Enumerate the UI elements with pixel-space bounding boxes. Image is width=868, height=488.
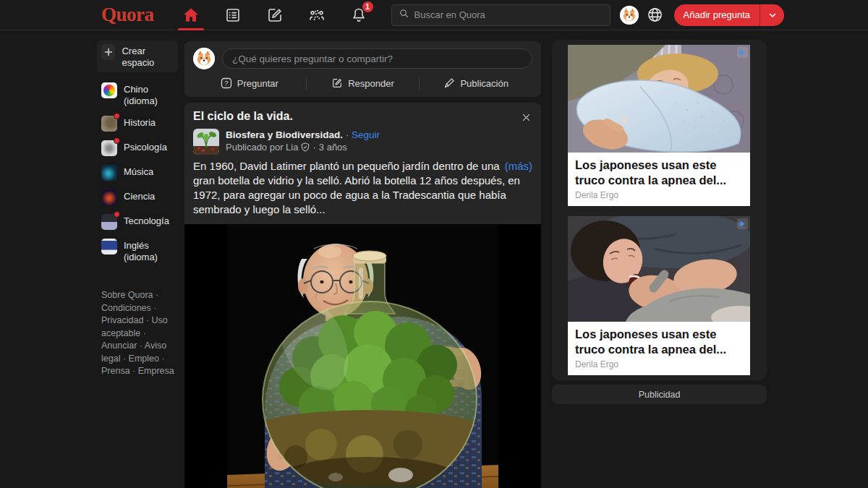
post-card: El ciclo de la vida.	[184, 103, 541, 488]
shield-badge-icon	[301, 142, 310, 152]
footer-link[interactable]: Prensa	[101, 366, 130, 376]
post-title: El ciclo de la vida.	[193, 110, 532, 123]
tab-notifications[interactable]: 1	[338, 0, 380, 30]
post-button[interactable]: Publicación	[420, 75, 532, 91]
ad-advertiser: Derila Ergo	[575, 359, 743, 369]
footer-link[interactable]: Empleo	[129, 354, 159, 364]
right-rail: Los japoneses usan este truco contra la …	[552, 40, 767, 404]
search-icon	[399, 8, 409, 22]
sidebar-item-ingles[interactable]: Inglés (idioma)	[101, 239, 178, 263]
ad-caption[interactable]: Los japoneses usan este truco contra la …	[568, 322, 750, 375]
composer-card: ? Preguntar Responder Publicación	[184, 41, 541, 97]
sidebar-footer-links: Sobre Quora · Condiciones · Privacidad ·…	[101, 289, 176, 378]
quora-logo[interactable]: Quora	[101, 4, 154, 26]
list-icon	[224, 7, 242, 24]
space-icon-tecnologia	[101, 214, 117, 230]
composer-input[interactable]	[222, 48, 532, 69]
home-icon	[182, 6, 200, 25]
sidebar-item-tecnologia[interactable]: Tecnología	[101, 214, 178, 230]
add-question-button[interactable]: Añadir pregunta	[674, 4, 785, 26]
space-icon-chino	[101, 82, 117, 98]
post-author-row: Biosfera y Biodiversidad. · Seguir Publi…	[184, 124, 541, 155]
more-link[interactable]: (más)	[505, 159, 532, 174]
sidebar-item-chino[interactable]: Chino (idioma)	[101, 82, 178, 107]
adchoices-icon[interactable]	[737, 47, 748, 58]
create-space-button[interactable]: Crear espacio	[97, 40, 178, 72]
pencil-square-icon	[266, 7, 284, 24]
answer-button[interactable]: Responder	[307, 75, 420, 91]
tab-answer[interactable]	[254, 0, 296, 30]
tab-home[interactable]	[170, 0, 212, 30]
plus-icon	[101, 44, 115, 60]
search-input[interactable]	[414, 9, 603, 20]
ad-headline[interactable]: Los japoneses usan este truco contra la …	[575, 158, 743, 188]
people-group-icon	[308, 7, 326, 24]
adchoices-icon[interactable]	[737, 218, 748, 229]
add-question-label: Añadir pregunta	[674, 9, 760, 20]
space-icon-ingles	[101, 239, 117, 254]
sidebar-item-musica[interactable]: Música	[101, 165, 178, 181]
post-age: 3 años	[319, 141, 347, 153]
ad-card[interactable]: Los japoneses usan este truco contra la …	[568, 45, 751, 206]
pen-icon	[443, 77, 455, 89]
nav-tabs: 1	[170, 0, 380, 30]
pencil-square-icon	[331, 77, 343, 89]
footer-link[interactable]: Sobre Quora	[101, 290, 153, 300]
footer-link[interactable]: Empresa	[138, 366, 174, 376]
sidebar-item-ciencia[interactable]: Ciencia	[101, 189, 178, 205]
top-navbar: Quora	[0, 0, 868, 30]
space-icon-psicologia	[101, 140, 117, 156]
sidebar-item-psicologia[interactable]: Psicología	[101, 140, 178, 156]
notification-badge: 1	[362, 1, 373, 12]
language-globe-icon[interactable]	[646, 6, 665, 25]
sidebar-item-historia[interactable]: Historia	[101, 116, 178, 132]
main-feed: ? Preguntar Responder Publicación	[184, 41, 541, 488]
ads-container: Los japoneses usan este truco contra la …	[552, 40, 767, 380]
footer-link[interactable]: Condiciones	[101, 303, 151, 313]
create-space-label: Crear espacio	[122, 44, 174, 69]
space-icon-musica	[101, 165, 117, 181]
active-tab-underline	[178, 28, 204, 30]
left-sidebar: Crear espacio Chino (idioma) Historia Ps…	[101, 40, 178, 378]
add-question-dropdown[interactable]	[760, 4, 784, 26]
notification-dot	[114, 211, 120, 218]
follow-link[interactable]: Seguir	[352, 129, 380, 140]
search-bar	[391, 4, 610, 26]
tab-spaces[interactable]	[296, 0, 338, 30]
ad-advertiser: Derila Ergo	[575, 190, 743, 200]
notification-dot	[114, 137, 120, 144]
close-icon[interactable]	[518, 109, 534, 125]
footer-link[interactable]: Anunciar	[101, 341, 137, 351]
footer-link[interactable]: Privacidad	[101, 315, 143, 325]
post-body: (más)En 1960, David Latimer plantó un pe…	[184, 155, 541, 224]
tab-following[interactable]	[212, 0, 254, 30]
question-box-icon: ?	[221, 77, 232, 89]
advertising-label: Publicidad	[552, 385, 767, 404]
space-icon-historia	[101, 116, 117, 132]
space-icon-ciencia	[101, 189, 117, 205]
space-avatar[interactable]	[193, 129, 219, 155]
user-avatar[interactable]	[620, 6, 639, 25]
svg-text:?: ?	[224, 79, 228, 87]
author-name[interactable]: Biosfera y Biodiversidad.	[226, 129, 343, 140]
quora-page: Quora	[0, 0, 868, 488]
ad-caption[interactable]: Los japoneses usan este truco contra la …	[568, 153, 750, 206]
ad-image-sleeping[interactable]	[568, 216, 750, 322]
post-image[interactable]: © BNPS.CO.UK	[184, 224, 541, 488]
ad-card[interactable]: Los japoneses usan este truco contra la …	[568, 216, 751, 375]
ask-button[interactable]: ? Preguntar	[193, 75, 306, 91]
ad-headline[interactable]: Los japoneses usan este truco contra la …	[575, 327, 743, 357]
post-meta: Publicado por Lia · 3 años	[226, 141, 380, 153]
ad-image-pillow[interactable]	[568, 45, 750, 153]
notification-dot	[114, 113, 120, 119]
composer-avatar[interactable]	[193, 48, 215, 69]
